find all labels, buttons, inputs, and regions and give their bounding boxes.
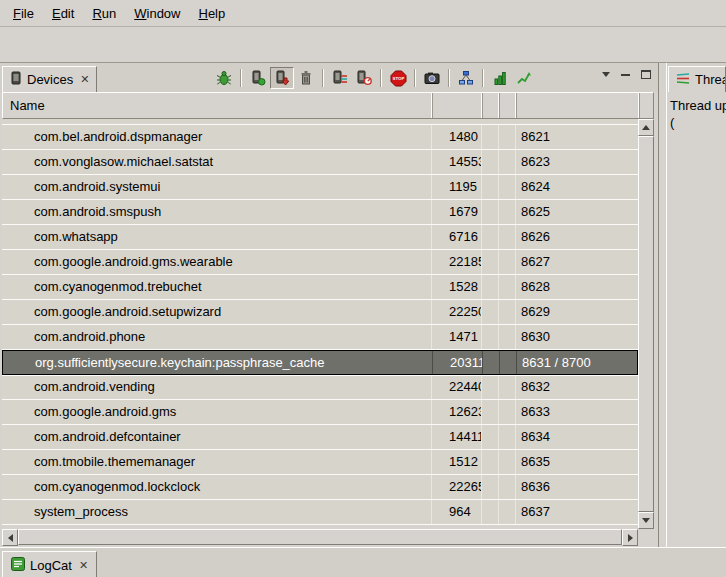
table-row[interactable]: com.google.android.gms 12623 8633 — [2, 400, 638, 425]
devices-panel-buttons — [602, 70, 651, 79]
table-row[interactable]: org.sufficientlysecure.keychain:passphra… — [2, 350, 638, 375]
vertical-scrollbar-thumb[interactable] — [638, 136, 654, 512]
tab-devices[interactable]: Devices ✕ — [2, 66, 97, 92]
dump-hprof-icon[interactable] — [270, 67, 294, 89]
debug-icon[interactable] — [212, 67, 236, 89]
process-port: 8636 — [516, 475, 638, 499]
tab-devices-label: Devices — [27, 72, 73, 87]
update-heap-icon[interactable] — [246, 67, 270, 89]
process-name: com.bel.android.dspmanager — [2, 125, 432, 149]
column-header-threads[interactable] — [500, 93, 517, 118]
process-threads-cell — [499, 375, 516, 399]
menu-edit[interactable]: Edit — [43, 2, 83, 25]
process-port: 8625 — [516, 200, 638, 224]
view-menu-icon[interactable] — [602, 72, 610, 77]
table-row[interactable]: com.bel.android.dspmanager 1480 8621 — [2, 125, 638, 150]
table-row[interactable]: com.android.phone 1471 8630 — [2, 325, 638, 350]
cause-gc-icon[interactable] — [294, 67, 318, 89]
process-pid: 22265 — [432, 475, 482, 499]
column-header-port[interactable] — [517, 93, 640, 118]
process-heap-cell — [482, 500, 499, 524]
process-name: com.cyanogenmod.lockclock — [2, 475, 432, 499]
update-threads-icon[interactable] — [328, 67, 352, 89]
toolbar-separator — [240, 69, 242, 87]
process-threads-cell — [499, 175, 516, 199]
table-row[interactable]: com.google.android.gms.wearable 22185 86… — [2, 250, 638, 275]
scroll-right-button[interactable] — [622, 529, 638, 546]
minimize-icon[interactable] — [621, 74, 630, 76]
table-row[interactable]: com.android.systemui 1195 8624 — [2, 175, 638, 200]
threads-panel: Threads Thread up ( — [666, 63, 726, 547]
network-stats-icon[interactable] — [512, 67, 536, 89]
process-heap-cell — [482, 375, 499, 399]
table-row[interactable]: com.android.defcontainer 14411 8634 — [2, 425, 638, 450]
tab-threads[interactable]: Threads — [668, 66, 726, 92]
table-row[interactable]: com.android.smspush 1679 8625 — [2, 200, 638, 225]
stop-process-icon[interactable]: STOP — [386, 67, 410, 89]
process-heap-cell — [482, 400, 499, 424]
svg-text:STOP: STOP — [392, 76, 404, 81]
table-row[interactable]: system_process 964 8637 — [2, 500, 638, 525]
threads-panel-header: Threads — [667, 63, 726, 92]
menu-help[interactable]: Help — [189, 2, 234, 25]
threads-icon — [676, 71, 690, 88]
table-row[interactable]: com.google.android.setupwizard 22250 862… — [2, 300, 638, 325]
stats-bars-icon[interactable] — [488, 67, 512, 89]
process-port: 8630 — [516, 325, 638, 349]
process-threads-cell — [499, 325, 516, 349]
table-row[interactable]: com.android.vending 22440 8632 — [2, 375, 638, 400]
horizontal-scrollbar-thumb[interactable] — [18, 529, 622, 545]
table-row[interactable]: com.cyanogenmod.lockclock 22265 8636 — [2, 475, 638, 500]
tab-logcat[interactable]: LogCat ✕ — [2, 551, 97, 577]
process-heap-cell — [482, 325, 499, 349]
column-header-pid[interactable] — [433, 93, 483, 118]
process-name: com.vonglasow.michael.satstat — [2, 150, 432, 174]
column-header-name[interactable]: Name — [3, 93, 433, 118]
process-name: org.sufficientlysecure.keychain:passphra… — [3, 351, 433, 374]
process-threads-cell — [499, 275, 516, 299]
scroll-left-button[interactable] — [2, 529, 18, 546]
process-pid: 1528 — [432, 275, 482, 299]
process-heap-cell — [482, 450, 499, 474]
view-hierarchy-icon[interactable] — [454, 67, 478, 89]
process-pid: 1471 — [432, 325, 482, 349]
scroll-up-button[interactable] — [638, 119, 654, 136]
process-port: 8635 — [516, 450, 638, 474]
process-threads-cell — [499, 150, 516, 174]
process-pid: 22440 — [432, 375, 482, 399]
table-row[interactable]: com.cyanogenmod.trebuchet 1528 8628 — [2, 275, 638, 300]
menu-run[interactable]: Run — [83, 2, 125, 25]
devices-panel: Devices ✕ — [0, 63, 658, 547]
process-name: com.google.android.setupwizard — [2, 300, 432, 324]
process-name: com.google.android.gms — [2, 400, 432, 424]
maximize-icon[interactable] — [641, 70, 651, 79]
process-pid: 1195 — [432, 175, 482, 199]
process-name: system_process — [2, 500, 432, 524]
process-heap-cell — [482, 225, 499, 249]
scrollbar-corner — [638, 529, 654, 545]
tab-threads-label: Threads — [695, 72, 726, 87]
scroll-down-button[interactable] — [638, 512, 654, 529]
column-header-heap[interactable] — [483, 93, 500, 118]
table-row[interactable]: com.vonglasow.michael.satstat 14553 8623 — [2, 150, 638, 175]
devices-panel-header: Devices ✕ — [0, 63, 658, 92]
start-method-profiling-icon[interactable] — [352, 67, 376, 89]
device-icon — [10, 71, 22, 88]
process-threads-cell — [499, 125, 516, 149]
logcat-icon — [11, 557, 25, 574]
menu-window[interactable]: Window — [125, 2, 189, 25]
tab-devices-close-icon[interactable]: ✕ — [78, 73, 89, 86]
process-name: com.android.phone — [2, 325, 432, 349]
process-threads-cell — [499, 200, 516, 224]
tab-logcat-close-icon[interactable]: ✕ — [77, 559, 88, 572]
process-name: com.cyanogenmod.trebuchet — [2, 275, 432, 299]
threads-message-line2: ( — [670, 114, 723, 131]
panel-sash[interactable] — [658, 63, 666, 547]
main-toolbar — [0, 27, 726, 63]
table-row[interactable]: com.tmobile.thememanager 1512 8635 — [2, 450, 638, 475]
table-row[interactable]: com.whatsapp 6716 8626 — [2, 225, 638, 250]
menu-file[interactable]: File — [4, 2, 43, 25]
screen-capture-icon[interactable] — [420, 67, 444, 89]
process-port: 8632 — [516, 375, 638, 399]
process-heap-cell — [482, 250, 499, 274]
